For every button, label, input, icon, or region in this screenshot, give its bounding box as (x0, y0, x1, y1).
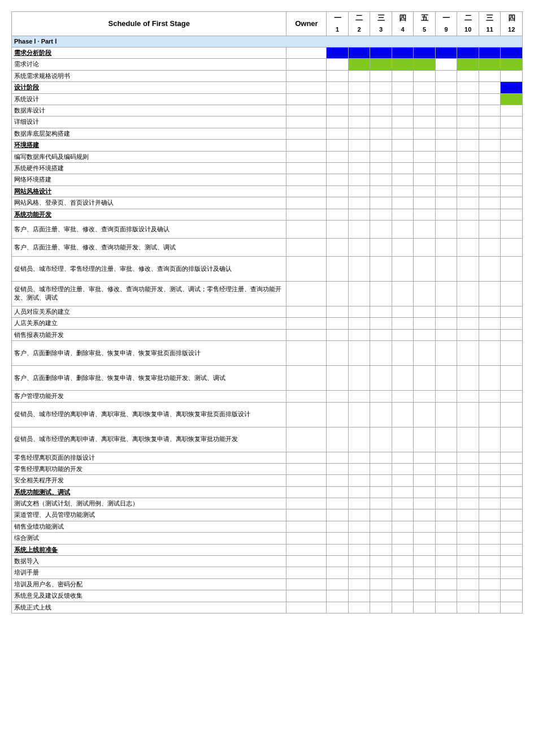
owner-cell (286, 209, 327, 220)
gantt-cell (414, 128, 436, 139)
gantt-cell (348, 544, 370, 555)
task-row: 编写数据库代码及编码规则 (12, 151, 523, 162)
gantt-cell (392, 306, 414, 317)
gantt-cell (501, 602, 523, 613)
gantt-cell (348, 475, 370, 486)
gantt-cell (479, 105, 501, 116)
gantt-cell (435, 498, 457, 509)
gantt-cell (370, 556, 392, 567)
gantt-cell (348, 452, 370, 463)
gantt-cell (479, 341, 501, 366)
task-label: 零售经理离职页面的排版设计 (12, 452, 286, 463)
owner-cell (286, 151, 327, 162)
schedule-title: Schedule of First Stage (12, 12, 286, 36)
gantt-cell (501, 93, 523, 105)
gantt-cell (501, 402, 523, 427)
gantt-cell (414, 151, 436, 162)
gantt-cell (392, 318, 414, 329)
gantt-cell (414, 427, 436, 452)
task-label: 零售经理离职功能的开发 (12, 463, 286, 474)
gantt-cell (457, 105, 479, 116)
task-label: 销售业绩功能测试 (12, 521, 286, 532)
gantt-cell (370, 105, 392, 116)
gantt-cell (327, 59, 349, 70)
gantt-cell (479, 128, 501, 139)
gantt-cell (370, 47, 392, 59)
gantt-cell (414, 105, 436, 116)
gantt-cell (414, 306, 436, 317)
gantt-cell (327, 220, 349, 238)
gantt-cell (370, 306, 392, 317)
gantt-cell (457, 475, 479, 486)
gantt-cell (348, 174, 370, 185)
task-label: 系统上线前准备 (12, 544, 286, 555)
gantt-cell (479, 82, 501, 93)
gantt-cell (479, 197, 501, 209)
gantt-cell (501, 452, 523, 463)
schedule-table: Schedule of First Stage Owner 一 二 三 四 五 … (11, 11, 523, 614)
task-row: 客户、店面删除申请、删除审批、恢复申请、恢复审批页面排版设计 (12, 341, 523, 366)
task-label: 系统功能开发 (12, 209, 286, 220)
gantt-cell (392, 402, 414, 427)
gantt-cell (414, 185, 436, 197)
task-label: 销售报表功能开发 (12, 329, 286, 340)
task-label: 客户、店面注册、审批、修改、查询页面排版设计及确认 (12, 220, 286, 238)
task-row: 促销员、城市经理的离职申请、离职审批、离职恢复申请、离职恢复审批功能开发 (12, 427, 523, 452)
gantt-cell (457, 256, 479, 281)
category-row: 网站风格设计 (12, 185, 523, 197)
gantt-cell (435, 329, 457, 340)
gantt-cell (457, 329, 479, 340)
task-row: 综合测试 (12, 533, 523, 544)
gantt-cell (392, 59, 414, 70)
gantt-cell (348, 533, 370, 544)
gantt-cell (327, 238, 349, 256)
gantt-cell (457, 602, 479, 613)
gantt-cell (327, 452, 349, 463)
gantt-cell (435, 105, 457, 116)
gantt-cell (392, 475, 414, 486)
gantt-cell (414, 498, 436, 509)
gantt-cell (435, 162, 457, 174)
gantt-cell (327, 463, 349, 474)
gantt-cell (327, 281, 349, 306)
gantt-cell (414, 452, 436, 463)
gantt-cell (327, 47, 349, 59)
gantt-cell (435, 391, 457, 402)
gantt-cell (327, 578, 349, 590)
gantt-cell (370, 533, 392, 544)
gantt-cell (501, 590, 523, 602)
gantt-cell (370, 544, 392, 555)
gantt-cell (392, 556, 414, 567)
gantt-cell (327, 93, 349, 105)
gantt-cell (370, 281, 392, 306)
owner-cell (286, 533, 327, 544)
owner-cell (286, 578, 327, 590)
gantt-cell (414, 341, 436, 366)
gantt-cell (392, 238, 414, 256)
gantt-cell (479, 427, 501, 452)
gantt-cell (327, 70, 349, 81)
gantt-cell (501, 341, 523, 366)
owner-cell (286, 463, 327, 474)
gantt-cell (348, 59, 370, 70)
gantt-cell (392, 47, 414, 59)
gantt-cell (392, 116, 414, 128)
gantt-cell (501, 128, 523, 139)
gantt-cell (327, 128, 349, 139)
gantt-cell (370, 197, 392, 209)
gantt-cell (348, 366, 370, 391)
task-label: 需求讨论 (12, 59, 286, 70)
task-row: 人员对应关系的建立 (12, 306, 523, 317)
gantt-cell (327, 402, 349, 427)
gantt-cell (414, 220, 436, 238)
gantt-cell (479, 93, 501, 105)
gantt-cell (414, 590, 436, 602)
gantt-cell (327, 567, 349, 578)
gantt-cell (370, 162, 392, 174)
gantt-cell (370, 590, 392, 602)
gantt-cell (392, 105, 414, 116)
gantt-cell (327, 590, 349, 602)
gantt-cell (435, 238, 457, 256)
gantt-cell (501, 59, 523, 70)
gantt-cell (348, 306, 370, 317)
